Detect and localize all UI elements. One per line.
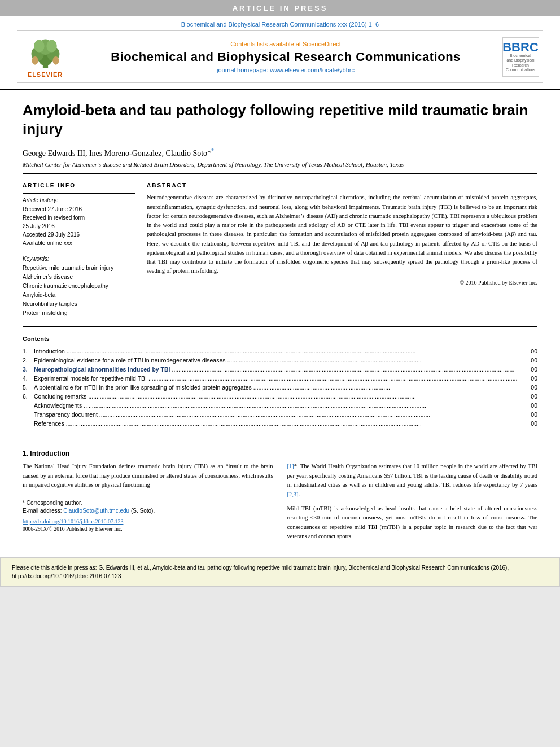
contents-dots-7: ........................................… (84, 402, 529, 409)
contents-dots-1: ........................................… (67, 348, 529, 355)
contents-title: Contents (23, 335, 537, 342)
intro-heading: 1. Introduction (23, 449, 537, 457)
contents-item-3: 3. Neuropathological abnormalities induc… (23, 366, 537, 373)
sciencedirect-prefix: Contents lists available at (230, 41, 303, 47)
affiliation: Mitchell Center for Alzheimer’s disease … (23, 161, 537, 168)
article-title: Amyloid-beta and tau pathology following… (23, 101, 537, 139)
contents-item-5: 5. A potential role for mTBI in the prio… (23, 384, 537, 391)
email-prefix: E-mail address: (23, 508, 63, 514)
sciencedirect-line: Contents lists available at ScienceDirec… (79, 41, 492, 47)
authors-text: George Edwards III, Ines Moreno-Gonzalez… (23, 148, 211, 157)
journal-homepage-prefix: journal homepage: (217, 67, 270, 73)
intro-left-text: The National Head Injury Foundation defi… (23, 462, 273, 490)
keyword-4: Amyloid-beta (23, 291, 135, 300)
keyword-5: Neurofibrillary tangles (23, 300, 135, 309)
aip-banner: ARTICLE IN PRESS (0, 0, 560, 16)
contents-num-7 (23, 402, 34, 409)
aip-banner-text: ARTICLE IN PRESS (233, 4, 328, 12)
elsevier-logo: ELSEVIER (17, 36, 73, 78)
contents-page-4: 00 (531, 375, 537, 382)
journal-homepage: journal homepage: www.elsevier.com/locat… (79, 67, 492, 73)
contents-label-4: Experimental models for repetitive mild … (34, 375, 147, 382)
journal-homepage-link[interactable]: www.elsevier.com/locate/ybbrc (270, 67, 355, 73)
article-body: Amyloid-beta and tau pathology following… (0, 90, 560, 557)
contents-item-1: 1. Introduction ........................… (23, 348, 537, 355)
contents-label-7: Acknowledgments (34, 402, 82, 409)
contents-label-2: Epidemiological evidence for a role of T… (34, 357, 226, 364)
journal-header: ELSEVIER Contents lists available at Sci… (0, 30, 560, 90)
contents-page-3: 00 (531, 366, 537, 373)
contents-page-7: 00 (531, 402, 537, 409)
contents-label-9: References (34, 420, 64, 427)
journal-name-text: Biochemical and Biophysical Research Com… (181, 21, 379, 28)
contents-num-3: 3. (23, 366, 34, 373)
contents-dots-5: ........................................… (253, 384, 530, 391)
corresponding-note: * Corresponding author. (23, 500, 273, 506)
svg-point-6 (46, 40, 56, 52)
keywords-list: Repetitive mild traumatic brain injury A… (23, 264, 135, 318)
contents-item-2: 2. Epidemiological evidence for a role o… (23, 357, 537, 364)
contents-label-1: Introduction (34, 348, 65, 355)
citation-footer-text: Please cite this article in press as: G.… (12, 565, 509, 579)
page-wrapper: ARTICLE IN PRESS Biochemical and Biophys… (0, 0, 560, 587)
bbrc-box: BBRC Biochemicaland BiophysicalResearchC… (502, 37, 539, 77)
doi-link[interactable]: http://dx.doi.org/10.1016/j.bbrc.2016.07… (23, 518, 273, 525)
contents-dots-3: ........................................… (172, 366, 530, 373)
journal-name-bar: Biochemical and Biophysical Research Com… (0, 16, 560, 30)
sciencedirect-link-text[interactable]: ScienceDirect (303, 41, 341, 47)
info-divider-1 (23, 193, 135, 194)
contents-num-4: 4. (23, 375, 34, 382)
email-link[interactable]: ClaudioSoto@uth.tmc.edu (63, 508, 129, 514)
email-line: E-mail address: ClaudioSoto@uth.tmc.edu … (23, 508, 273, 514)
contents-num-6: 6. (23, 393, 34, 400)
contents-dots-2: ........................................… (228, 357, 530, 364)
bbrc-letters: BBRC (502, 41, 539, 54)
main-content: 1. Introduction The National Head Injury… (23, 438, 537, 546)
keywords-label: Keywords: (23, 256, 135, 262)
contents-item-6: 6. Concluding remarks ..................… (23, 393, 537, 400)
contents-num-9 (23, 420, 34, 427)
contents-item-8: Transparency document ..................… (23, 411, 537, 418)
contents-num-8 (23, 411, 34, 418)
contents-dots-9: ........................................… (66, 420, 530, 427)
email-suffix: (S. Soto). (129, 508, 155, 514)
abstract-title: ABSTRACT (147, 182, 537, 189)
svg-point-5 (34, 40, 44, 52)
contents-page-9: 00 (531, 420, 537, 427)
info-divider-2 (23, 252, 135, 252)
col-left: The National Head Injury Foundation defi… (23, 462, 273, 546)
abstract-copyright: © 2016 Published by Elsevier Inc. (147, 279, 537, 286)
contents-item-9: References .............................… (23, 420, 537, 427)
contents-num-2: 2. (23, 357, 34, 364)
contents-page-6: 00 (531, 393, 537, 400)
contents-label-8: Transparency document (34, 411, 98, 418)
keyword-3: Chronic traumatic encephalopathy (23, 282, 135, 291)
keyword-6: Protein misfolding (23, 309, 135, 318)
issn-line: 0006-291X/© 2016 Published by Elsevier I… (23, 526, 273, 532)
footnote-area: * Corresponding author. E-mail address: … (23, 496, 273, 514)
keyword-2: Alzheimer’s disease (23, 273, 135, 282)
journal-center: Contents lists available at ScienceDirec… (73, 41, 498, 73)
svg-point-7 (32, 56, 38, 65)
info-abstract: ARTICLE INFO Article history: Received 2… (23, 174, 537, 327)
abstract-text: Neurodegenerative diseases are character… (147, 193, 537, 276)
elsevier-tree-icon (24, 36, 67, 69)
contents-label-5: A potential role for mTBI in the prion-l… (34, 384, 252, 391)
abstract-section: ABSTRACT Neurodegenerative diseases are … (147, 182, 537, 318)
contents-page-1: 00 (531, 348, 537, 355)
contents-section: Contents 1. Introduction ...............… (23, 327, 537, 438)
contents-label-3: Neuropathological abnormalities induced … (34, 366, 170, 373)
contents-item-7: Acknowledgments ........................… (23, 402, 537, 409)
ref-1: [1] (287, 463, 294, 469)
col-right: [1]*. The World Health Organization esti… (287, 462, 538, 546)
intro-right-text: [1]*. The World Health Organization esti… (287, 462, 538, 499)
elsevier-label: ELSEVIER (28, 71, 63, 78)
contents-num-1: 1. (23, 348, 34, 355)
contents-page-8: 00 (531, 411, 537, 418)
citation-footer: Please cite this article in press as: G.… (0, 557, 560, 587)
header-content: ELSEVIER Contents lists available at Sci… (17, 30, 543, 83)
intro-right-text-2: Mild TBI (mTBI) is acknowledged as head … (287, 504, 538, 541)
info-section-title: ARTICLE INFO (23, 182, 135, 189)
ref-2-3: [2,3] (287, 491, 299, 497)
authors: George Edwards III, Ines Moreno-Gonzalez… (23, 147, 537, 158)
